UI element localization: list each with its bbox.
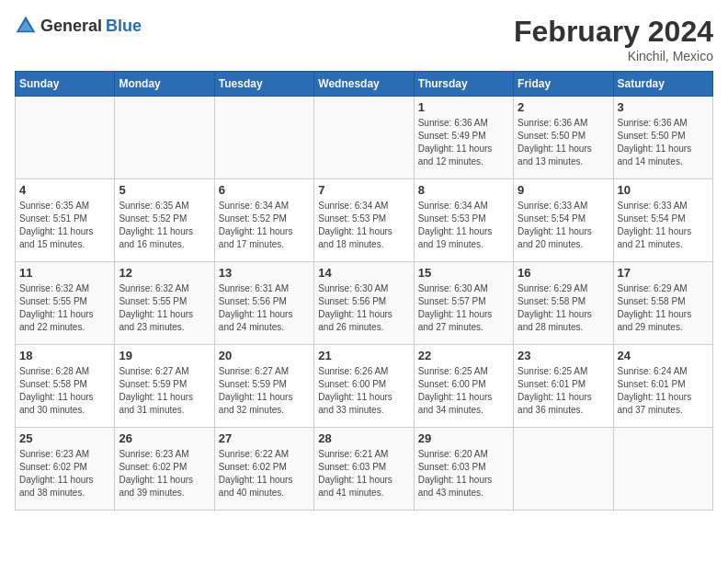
day-info: Sunrise: 6:36 AM Sunset: 5:50 PM Dayligh… bbox=[618, 117, 709, 168]
day-cell: 8Sunrise: 6:34 AM Sunset: 5:53 PM Daylig… bbox=[414, 179, 513, 262]
calendar-body: 1Sunrise: 6:36 AM Sunset: 5:49 PM Daylig… bbox=[16, 97, 713, 511]
weekday-header-wednesday: Wednesday bbox=[314, 72, 414, 97]
day-number: 15 bbox=[418, 266, 509, 280]
day-number: 24 bbox=[618, 349, 709, 362]
day-number: 4 bbox=[19, 183, 110, 197]
day-cell: 7Sunrise: 6:34 AM Sunset: 5:53 PM Daylig… bbox=[314, 179, 414, 262]
day-number: 20 bbox=[219, 349, 310, 362]
day-cell: 13Sunrise: 6:31 AM Sunset: 5:56 PM Dayli… bbox=[214, 262, 313, 345]
day-number: 26 bbox=[119, 431, 210, 445]
day-number: 16 bbox=[518, 266, 609, 280]
logo: General Blue bbox=[15, 15, 142, 37]
weekday-header-tuesday: Tuesday bbox=[214, 72, 313, 97]
day-cell: 6Sunrise: 6:34 AM Sunset: 5:52 PM Daylig… bbox=[214, 179, 313, 262]
day-cell: 28Sunrise: 6:21 AM Sunset: 6:03 PM Dayli… bbox=[314, 428, 414, 511]
calendar-header: SundayMondayTuesdayWednesdayThursdayFrid… bbox=[16, 72, 713, 97]
day-number: 19 bbox=[119, 349, 210, 362]
day-info: Sunrise: 6:20 AM Sunset: 6:03 PM Dayligh… bbox=[418, 448, 509, 500]
day-info: Sunrise: 6:29 AM Sunset: 5:58 PM Dayligh… bbox=[618, 282, 709, 334]
day-info: Sunrise: 6:32 AM Sunset: 5:55 PM Dayligh… bbox=[19, 282, 110, 334]
location: Kinchil, Mexico bbox=[514, 49, 713, 63]
day-number: 6 bbox=[219, 183, 310, 197]
day-number: 2 bbox=[518, 100, 609, 114]
day-info: Sunrise: 6:24 AM Sunset: 6:01 PM Dayligh… bbox=[618, 365, 709, 417]
day-cell bbox=[115, 97, 214, 179]
day-number: 18 bbox=[19, 349, 110, 362]
day-info: Sunrise: 6:21 AM Sunset: 6:03 PM Dayligh… bbox=[318, 448, 409, 500]
day-info: Sunrise: 6:33 AM Sunset: 5:54 PM Dayligh… bbox=[618, 200, 709, 251]
day-cell: 15Sunrise: 6:30 AM Sunset: 5:57 PM Dayli… bbox=[414, 262, 513, 345]
day-number: 8 bbox=[418, 183, 509, 197]
day-info: Sunrise: 6:30 AM Sunset: 5:56 PM Dayligh… bbox=[318, 282, 409, 334]
day-info: Sunrise: 6:27 AM Sunset: 5:59 PM Dayligh… bbox=[119, 365, 210, 417]
day-info: Sunrise: 6:31 AM Sunset: 5:56 PM Dayligh… bbox=[219, 282, 310, 334]
day-number: 17 bbox=[618, 266, 709, 280]
day-number: 5 bbox=[119, 183, 210, 197]
day-cell: 1Sunrise: 6:36 AM Sunset: 5:49 PM Daylig… bbox=[414, 97, 513, 179]
logo-text-general: General bbox=[40, 17, 102, 36]
calendar-table: SundayMondayTuesdayWednesdayThursdayFrid… bbox=[15, 71, 713, 511]
day-cell: 18Sunrise: 6:28 AM Sunset: 5:58 PM Dayli… bbox=[16, 345, 115, 428]
day-info: Sunrise: 6:32 AM Sunset: 5:55 PM Dayligh… bbox=[119, 282, 210, 334]
day-number: 27 bbox=[219, 431, 310, 445]
day-info: Sunrise: 6:25 AM Sunset: 6:01 PM Dayligh… bbox=[518, 365, 609, 417]
day-cell bbox=[314, 97, 414, 179]
weekday-header-saturday: Saturday bbox=[613, 72, 712, 97]
day-cell: 25Sunrise: 6:23 AM Sunset: 6:02 PM Dayli… bbox=[16, 428, 115, 511]
day-cell: 29Sunrise: 6:20 AM Sunset: 6:03 PM Dayli… bbox=[414, 428, 513, 511]
week-row-1: 1Sunrise: 6:36 AM Sunset: 5:49 PM Daylig… bbox=[16, 97, 713, 179]
day-cell: 16Sunrise: 6:29 AM Sunset: 5:58 PM Dayli… bbox=[514, 262, 613, 345]
day-cell: 10Sunrise: 6:33 AM Sunset: 5:54 PM Dayli… bbox=[613, 179, 712, 262]
day-cell bbox=[514, 428, 613, 511]
weekday-header-monday: Monday bbox=[115, 72, 214, 97]
weekday-row: SundayMondayTuesdayWednesdayThursdayFrid… bbox=[16, 72, 713, 97]
day-info: Sunrise: 6:28 AM Sunset: 5:58 PM Dayligh… bbox=[19, 365, 110, 417]
day-cell: 19Sunrise: 6:27 AM Sunset: 5:59 PM Dayli… bbox=[115, 345, 214, 428]
day-cell: 2Sunrise: 6:36 AM Sunset: 5:50 PM Daylig… bbox=[514, 97, 613, 179]
day-cell: 26Sunrise: 6:23 AM Sunset: 6:02 PM Dayli… bbox=[115, 428, 214, 511]
day-cell: 5Sunrise: 6:35 AM Sunset: 5:52 PM Daylig… bbox=[115, 179, 214, 262]
day-info: Sunrise: 6:36 AM Sunset: 5:49 PM Dayligh… bbox=[418, 117, 509, 168]
day-number: 25 bbox=[19, 431, 110, 445]
week-row-5: 25Sunrise: 6:23 AM Sunset: 6:02 PM Dayli… bbox=[16, 428, 713, 511]
day-number: 13 bbox=[219, 266, 310, 280]
month-year: February 2024 bbox=[514, 15, 713, 49]
weekday-header-sunday: Sunday bbox=[16, 72, 115, 97]
day-number: 10 bbox=[618, 183, 709, 197]
day-number: 1 bbox=[418, 100, 509, 114]
day-cell: 23Sunrise: 6:25 AM Sunset: 6:01 PM Dayli… bbox=[514, 345, 613, 428]
day-cell: 14Sunrise: 6:30 AM Sunset: 5:56 PM Dayli… bbox=[314, 262, 414, 345]
day-number: 23 bbox=[518, 349, 609, 362]
day-number: 12 bbox=[119, 266, 210, 280]
day-info: Sunrise: 6:29 AM Sunset: 5:58 PM Dayligh… bbox=[518, 282, 609, 334]
day-info: Sunrise: 6:35 AM Sunset: 5:52 PM Dayligh… bbox=[119, 200, 210, 251]
day-number: 11 bbox=[19, 266, 110, 280]
day-cell: 24Sunrise: 6:24 AM Sunset: 6:01 PM Dayli… bbox=[613, 345, 712, 428]
day-info: Sunrise: 6:25 AM Sunset: 6:00 PM Dayligh… bbox=[418, 365, 509, 417]
day-info: Sunrise: 6:22 AM Sunset: 6:02 PM Dayligh… bbox=[219, 448, 310, 500]
day-cell bbox=[613, 428, 712, 511]
title-block: February 2024 Kinchil, Mexico bbox=[514, 15, 713, 63]
page-header: General Blue February 2024 Kinchil, Mexi… bbox=[15, 15, 713, 63]
logo-text-blue: Blue bbox=[106, 17, 142, 36]
day-info: Sunrise: 6:23 AM Sunset: 6:02 PM Dayligh… bbox=[119, 448, 210, 500]
day-number: 14 bbox=[318, 266, 409, 280]
day-info: Sunrise: 6:36 AM Sunset: 5:50 PM Dayligh… bbox=[518, 117, 609, 168]
day-cell: 21Sunrise: 6:26 AM Sunset: 6:00 PM Dayli… bbox=[314, 345, 414, 428]
week-row-3: 11Sunrise: 6:32 AM Sunset: 5:55 PM Dayli… bbox=[16, 262, 713, 345]
day-info: Sunrise: 6:35 AM Sunset: 5:51 PM Dayligh… bbox=[19, 200, 110, 251]
day-cell: 20Sunrise: 6:27 AM Sunset: 5:59 PM Dayli… bbox=[214, 345, 313, 428]
day-cell: 9Sunrise: 6:33 AM Sunset: 5:54 PM Daylig… bbox=[514, 179, 613, 262]
day-number: 29 bbox=[418, 431, 509, 445]
week-row-2: 4Sunrise: 6:35 AM Sunset: 5:51 PM Daylig… bbox=[16, 179, 713, 262]
weekday-header-thursday: Thursday bbox=[414, 72, 513, 97]
day-info: Sunrise: 6:30 AM Sunset: 5:57 PM Dayligh… bbox=[418, 282, 509, 334]
day-cell bbox=[214, 97, 313, 179]
day-cell: 3Sunrise: 6:36 AM Sunset: 5:50 PM Daylig… bbox=[613, 97, 712, 179]
day-cell: 17Sunrise: 6:29 AM Sunset: 5:58 PM Dayli… bbox=[613, 262, 712, 345]
day-cell: 12Sunrise: 6:32 AM Sunset: 5:55 PM Dayli… bbox=[115, 262, 214, 345]
day-cell: 27Sunrise: 6:22 AM Sunset: 6:02 PM Dayli… bbox=[214, 428, 313, 511]
day-number: 7 bbox=[318, 183, 409, 197]
day-cell: 22Sunrise: 6:25 AM Sunset: 6:00 PM Dayli… bbox=[414, 345, 513, 428]
day-number: 21 bbox=[318, 349, 409, 362]
